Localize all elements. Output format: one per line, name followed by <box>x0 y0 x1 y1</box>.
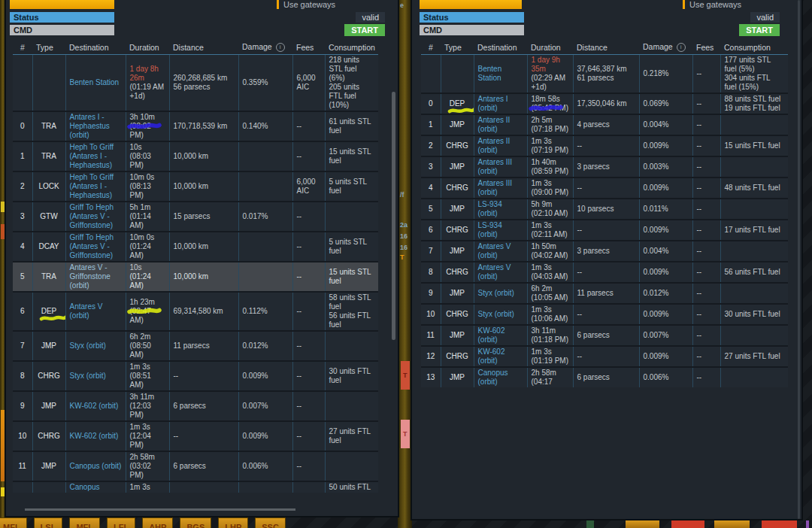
destination-link[interactable]: Benten Station <box>478 65 523 83</box>
ticker-tab-lsl[interactable]: LSL <box>34 517 63 528</box>
destination-link[interactable]: Styx (orbit) <box>70 341 106 350</box>
start-button[interactable]: START <box>344 24 385 36</box>
flight-segment-row[interactable]: 5JMPLS-934 (orbit)5h 9m(02:10 AM)10 pars… <box>421 199 788 220</box>
ticker-tab-bgs[interactable]: BGS <box>180 517 211 528</box>
duration-value: 6h 2m <box>130 332 165 341</box>
selected-input-highlight[interactable] <box>420 0 522 9</box>
segment-distance: 17,350,046 km <box>573 93 639 114</box>
flight-segment-row[interactable]: 11JMPKW-602 (orbit)3h 11m(01:18 PM)6 par… <box>421 325 788 346</box>
flight-segment-row[interactable]: 2CHRGAntares II (orbit)1m 3s(07:19 PM)--… <box>421 135 788 156</box>
flight-segment-row[interactable]: 8CHRGStyx (orbit)1m 3s(08:51 AM)--0.009%… <box>13 361 378 391</box>
ticker-tab-lhp[interactable]: LHP <box>218 517 248 528</box>
destination-link[interactable]: LS-934 (orbit) <box>478 200 523 218</box>
segment-number: 6 <box>421 220 441 241</box>
destination-link[interactable]: KW-602 (orbit) <box>478 347 523 366</box>
distance-line: 10 parsecs <box>577 205 635 214</box>
destination-link[interactable]: Griff To Heph (Antares V - Griffonstone) <box>70 203 122 230</box>
flight-segment-row[interactable]: 10CHRGStyx (orbit)1m 3s(10:06 AM)--0.009… <box>421 304 788 325</box>
flight-segment-row[interactable]: 0DEPAntares I (orbit)18m 58s(05:42 PM)17… <box>421 93 788 114</box>
info-icon[interactable]: i <box>276 43 285 52</box>
use-gateways-option[interactable]: Use gateways <box>277 0 335 9</box>
flight-segment-row[interactable]: 1TRAHeph To Griff (Antares I - Hephaestu… <box>13 141 378 171</box>
flight-segment-row[interactable]: 8CHRGAntares V (orbit)1m 3s(04:03 AM)--0… <box>421 262 788 283</box>
flight-segment-row[interactable]: 4CHRGAntares III (orbit)1m 3s(09:00 PM)-… <box>421 178 788 199</box>
segment-type-label: CHRG <box>38 432 59 441</box>
flight-segment-row[interactable]: 6CHRGLS-934 (orbit)1m 3s(02:11 AM)--0.00… <box>421 220 788 241</box>
segment-type-label: JMP <box>450 120 465 129</box>
segment-type: JMP <box>32 331 65 361</box>
flight-segment-row[interactable]: 3GTWGriff To Heph (Antares V - Griffonst… <box>13 202 378 232</box>
destination-link[interactable]: Antares V (orbit) <box>70 302 122 320</box>
destination-link[interactable]: Heph To Griff (Antares I - Hephaestus) <box>70 143 122 170</box>
flight-segment-row[interactable]: 1JMPAntares II (orbit)2h 5m(07:18 PM)4 p… <box>421 114 788 135</box>
segment-distance: 6 parsecs <box>573 367 639 387</box>
background-strip-middle: e/f2a1616TTT <box>398 0 412 528</box>
column-header-type: Type <box>32 40 65 55</box>
destination-link[interactable]: Antares II (orbit) <box>478 137 523 155</box>
destination-link[interactable]: Benten Station <box>70 78 120 87</box>
destination-link[interactable]: KW-602 (orbit) <box>478 326 523 344</box>
flight-segment-row[interactable]: 4DCAYGriff To Heph (Antares V - Griffons… <box>13 232 378 262</box>
destination-link[interactable]: Antares V (orbit) <box>478 263 523 281</box>
destination-link[interactable]: Antares I (orbit) <box>478 95 523 113</box>
vertical-scrollbar[interactable] <box>392 92 395 340</box>
use-gateways-option[interactable]: Use gateways <box>683 0 741 9</box>
flight-segment-row[interactable]: 0TRAAntares I - Hephaestus (orbit)3h 10m… <box>13 111 378 141</box>
destination-link[interactable]: Antares III (orbit) <box>478 158 523 176</box>
flight-segment-row[interactable]: 2LOCKHeph To Griff (Antares I - Hephaest… <box>13 171 378 202</box>
start-button[interactable]: START <box>739 24 780 36</box>
ticker-tab-ahp[interactable]: AHP <box>142 517 173 528</box>
flight-segment-row[interactable]: 7JMPStyx (orbit)6h 2m(08:50 AM)11 parsec… <box>13 331 378 361</box>
destination-link[interactable]: Griff To Heph (Antares V - Griffonstone) <box>70 233 122 260</box>
distance-line: 6 parsecs <box>174 462 235 471</box>
destination-link[interactable]: LS-934 (orbit) <box>478 221 523 239</box>
distance-line: -- <box>577 310 635 319</box>
ticker-tab-mfl[interactable]: MFL <box>0 517 27 528</box>
flight-segment-row[interactable]: 7JMPAntares V (orbit)1h 50m(04:02 AM)3 p… <box>421 241 788 262</box>
ticker-tab-lfl[interactable]: LFL <box>107 517 135 528</box>
destination-link[interactable]: KW-602 (orbit) <box>70 432 119 441</box>
segment-type-label: TRA <box>41 272 56 281</box>
destination-link[interactable]: Antares II (orbit) <box>478 116 523 134</box>
destination-link[interactable]: Canopus (orbit) <box>70 462 122 471</box>
ticker-tab-mfl[interactable]: MFL <box>69 517 100 528</box>
destination-link[interactable]: Antares V - Griffonstone (orbit) <box>70 263 122 290</box>
flight-segment-row[interactable]: 6DEPAntares V (orbit)1h 23m(02:47 AM)69,… <box>13 292 378 331</box>
segment-consumption <box>325 391 378 421</box>
flight-segment-row[interactable]: 11JMPCanopus (orbit)2h 58m(03:02 PM)6 pa… <box>13 451 378 481</box>
flight-segment-row[interactable]: Canopus1m 3s50 units FTL <box>13 481 378 493</box>
consumption-line: 30 units FTL fuel <box>329 367 375 385</box>
segment-distance: 11 parsecs <box>169 331 238 361</box>
flight-segment-row[interactable]: 9JMPStyx (orbit)6h 2m(10:05 AM)11 parsec… <box>421 283 788 304</box>
destination-link[interactable]: Antares V (orbit) <box>478 242 523 260</box>
ticker-tab-ssc[interactable]: SSC <box>255 517 286 528</box>
destination-link[interactable]: Antares III (orbit) <box>478 179 523 197</box>
horizontal-scrollbar[interactable] <box>25 508 295 511</box>
duration-eta: (07:19 PM) <box>532 146 569 155</box>
selected-input-highlight[interactable] <box>10 0 114 9</box>
destination-link[interactable]: Styx (orbit) <box>478 310 514 319</box>
use-gateways-label: Use gateways <box>689 0 741 9</box>
destination-link[interactable]: Styx (orbit) <box>478 289 514 298</box>
segment-destination: Antares I (orbit) <box>474 93 527 114</box>
destination-link[interactable]: Canopus <box>70 483 100 492</box>
vertical-scrollbar[interactable] <box>798 0 800 519</box>
flight-segment-row[interactable]: Benten Station1 day 8h 26m(01:19 AM +1d)… <box>13 55 378 112</box>
flight-segment-row[interactable]: 12CHRGKW-602 (orbit)1m 3s(01:19 PM)--0.0… <box>421 346 788 367</box>
flight-segment-row[interactable]: Benten Station1 day 9h 35m(02:29 AM +1d)… <box>421 55 788 94</box>
flight-segment-row[interactable]: 10CHRGKW-602 (orbit)1m 3s(12:04 PM)--0.0… <box>13 421 378 451</box>
info-icon[interactable]: i <box>677 43 686 52</box>
destination-link[interactable]: Antares I - Hephaestus (orbit) <box>70 113 122 140</box>
flight-segment-row[interactable]: 3JMPAntares III (orbit)1h 40m(08:59 PM)3… <box>421 156 788 178</box>
destination-link[interactable]: Heph To Griff (Antares I - Hephaestus) <box>70 173 122 200</box>
flight-segment-row[interactable]: 9JMPKW-602 (orbit)3h 11m(12:03 PM)6 pars… <box>13 391 378 421</box>
segment-fees: -- <box>292 451 325 481</box>
destination-link[interactable]: Canopus (orbit) <box>478 369 523 387</box>
distance-line: 4 parsecs <box>577 120 635 129</box>
segment-duration: 1m 3s(10:06 AM) <box>527 304 573 325</box>
destination-link[interactable]: Styx (orbit) <box>70 372 106 381</box>
destination-link[interactable]: KW-602 (orbit) <box>70 402 119 411</box>
consumption-line: 50 units FTL <box>329 483 375 492</box>
flight-segment-row[interactable]: 13JMPCanopus (orbit)2h 58m(04:176 parsec… <box>421 367 788 387</box>
flight-segment-row[interactable]: 5TRAAntares V - Griffonstone (orbit)10s(… <box>13 262 378 292</box>
